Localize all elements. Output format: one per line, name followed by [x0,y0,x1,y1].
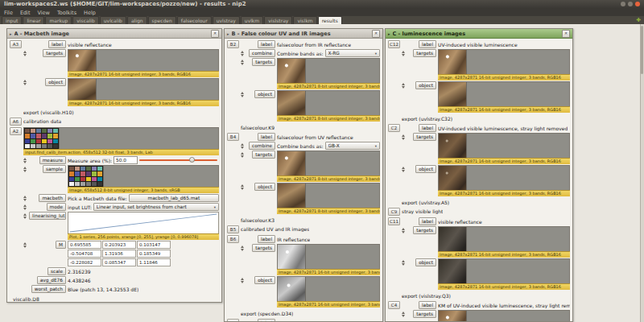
tab-linear[interactable]: linear [23,16,44,24]
combine-dropdown[interactable]: GB-X▾ [325,142,380,150]
matrix-cell[interactable]: 1.11846 [137,258,171,266]
image-thumbnail[interactable] [278,151,306,175]
updown-icon[interactable] [23,78,27,85]
object-button[interactable]: object [254,276,275,284]
label-button[interactable]: label [48,40,66,48]
menu-item-edit[interactable]: Edit [20,10,31,16]
slider-handle[interactable] [189,157,195,163]
row-id-c11[interactable]: C11 [388,217,400,225]
row-id-b5[interactable]: B5 [227,225,239,233]
tab-uvlstray[interactable]: uvlstray [213,16,240,24]
matrix-cell[interactable]: -0.228082 [68,258,101,266]
minimize-icon[interactable] [621,2,625,6]
scale-button[interactable]: scale [47,267,66,275]
updown-icon[interactable] [23,49,27,56]
maximize-icon[interactable] [628,2,633,6]
image-thumbnail[interactable] [439,166,467,190]
tab-vislkm[interactable]: vislkm [293,16,316,24]
combine-button[interactable]: combine [249,142,275,150]
updown-icon[interactable] [402,226,406,233]
matrix-cell[interactable]: 0.203923 [102,241,136,249]
object-button[interactable]: object [415,81,436,89]
measure-area-input[interactable] [114,156,138,164]
image-thumbnail[interactable] [68,50,97,71]
image-thumbnail[interactable] [278,277,306,301]
menu-item-toolkits[interactable]: Toolkits [57,10,76,16]
row-id-c2[interactable]: C2 [388,124,400,132]
updown-icon[interactable] [23,165,27,172]
matrix-cell[interactable]: -0.504708 [68,250,101,258]
targets-button[interactable]: targets [413,226,436,234]
tab-vislstray[interactable]: vislstray [264,16,292,24]
image-thumbnail[interactable] [278,91,306,115]
M-button[interactable]: M [56,241,66,249]
row-id-c9[interactable]: C9 [388,208,400,216]
row-id-a6[interactable]: A6 [10,118,22,126]
tab-specden[interactable]: specden [148,16,176,24]
targets-button[interactable]: targets [413,133,436,141]
updown-icon[interactable] [241,90,245,97]
image-thumbnail[interactable] [439,82,467,106]
mode-dropdown[interactable]: Linear input, set brightness from chart▾ [93,203,219,211]
row-id-b4[interactable]: B4 [227,133,239,141]
panel-title-bar[interactable]: ▸B - False colour UV and IR images✕ [225,29,382,39]
row-id-b6[interactable]: B6 [227,235,239,243]
updown-icon[interactable] [23,203,27,210]
combine-dropdown[interactable]: X-RG▾ [325,49,380,57]
label-button[interactable]: label [258,235,275,243]
updown-icon[interactable] [23,194,27,201]
image-thumbnail[interactable] [278,59,306,83]
expander-icon[interactable]: ▸ [227,31,229,36]
label-button[interactable]: label [258,133,275,141]
file-picker-button[interactable]: macbeth_lab_d65.mat [129,194,219,202]
updown-icon[interactable] [241,183,245,190]
menu-item-file[interactable]: File [4,10,13,16]
updown-icon[interactable] [402,258,406,266]
measure-button[interactable]: measure [39,156,66,164]
tab-results[interactable]: results [318,16,342,24]
updown-icon[interactable] [402,81,406,89]
updown-icon[interactable] [402,310,406,317]
matrix-cell[interactable]: 1.31936 [102,250,136,258]
tab-align[interactable]: align [127,16,147,24]
tab-viscalib[interactable]: viscalib [72,16,98,24]
image-thumbnail[interactable] [439,50,467,74]
label-button[interactable]: label [419,217,436,225]
image-thumbnail[interactable] [439,134,467,158]
object-button[interactable]: object [415,165,436,173]
updown-icon[interactable] [241,58,245,65]
image-thumbnail[interactable] [439,259,467,283]
row-id-a3[interactable]: A3 [10,40,22,48]
targets-button[interactable]: targets [413,310,436,318]
menu-item-view[interactable]: View [37,10,49,16]
row-id-a2[interactable]: A2 [10,127,22,135]
scrollbar-thumb[interactable] [641,26,643,74]
label-button[interactable]: label [419,124,436,132]
panel-title-bar[interactable]: ▸C - luminescence images✕ [386,29,572,39]
expander-icon[interactable]: ▸ [388,31,390,36]
image-thumbnail[interactable] [24,128,60,149]
row-id-c4[interactable]: C4 [388,301,400,309]
updown-icon[interactable] [402,165,406,172]
close-window-icon[interactable] [635,2,640,6]
matrix-cell[interactable]: 0.695585 [68,241,101,249]
label-button[interactable]: label [419,301,436,309]
updown-icon[interactable] [402,133,406,140]
updown-icon[interactable] [402,49,406,56]
image-thumbnail[interactable] [278,184,306,208]
vertical-scrollbar[interactable] [640,24,644,322]
menu-item-help[interactable]: Help [84,10,96,16]
updown-icon[interactable] [241,276,245,283]
row-id-b7[interactable]: B7 [227,319,239,321]
label-button[interactable]: label [258,319,275,321]
image-thumbnail[interactable] [439,227,467,251]
matrix-cell[interactable]: 0.103147 [137,241,171,249]
close-panel-icon[interactable]: ✕ [372,30,380,38]
updown-icon[interactable] [23,241,27,248]
image-thumbnail[interactable] [68,79,97,100]
close-panel-icon[interactable]: ✕ [562,30,570,38]
linearising_lut-button[interactable]: linearising_lut [29,212,66,220]
label-button[interactable]: label [419,40,436,48]
row-id-b2[interactable]: B2 [227,40,239,48]
object-button[interactable]: object [415,258,436,266]
